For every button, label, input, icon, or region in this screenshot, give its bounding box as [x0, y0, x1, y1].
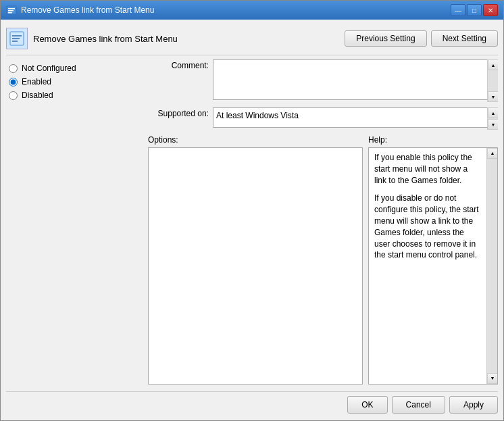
- disabled-label: Disabled: [22, 91, 53, 100]
- radio-group: Not Configured Enabled Disabled: [6, 59, 148, 104]
- supported-scroll-up[interactable]: ▲: [488, 107, 498, 118]
- ok-button[interactable]: OK: [347, 396, 387, 414]
- minimize-button[interactable]: —: [451, 4, 465, 16]
- options-help-section: Options: Help: If you enable this policy…: [148, 135, 498, 385]
- disabled-radio[interactable]: [9, 91, 18, 100]
- comment-label: Comment:: [148, 59, 209, 70]
- header-left: Remove Games link from Start Menu: [6, 28, 178, 49]
- apply-button[interactable]: Apply: [449, 396, 498, 414]
- svg-rect-7: [12, 41, 18, 42]
- radio-enabled[interactable]: Enabled: [6, 76, 148, 88]
- policy-icon: [6, 28, 28, 49]
- title-controls: — □ ✕: [451, 4, 498, 16]
- enabled-label: Enabled: [22, 77, 51, 86]
- supported-label: Supported on:: [148, 107, 209, 118]
- supported-row: Supported on: At least Windows Vista ▲ ▼: [148, 107, 498, 130]
- header-title: Remove Games link from Start Menu: [33, 34, 178, 44]
- supported-scroll-down[interactable]: ▼: [488, 119, 498, 130]
- cancel-button[interactable]: Cancel: [392, 396, 445, 414]
- help-scroll-up[interactable]: ▲: [487, 148, 498, 159]
- svg-rect-1: [8, 8, 15, 9]
- not-configured-radio[interactable]: [9, 64, 18, 73]
- comment-row: Comment: ▲ ▼: [148, 59, 498, 102]
- window-icon: [6, 5, 17, 16]
- not-configured-label: Not Configured: [22, 64, 76, 73]
- comment-scrollbar: ▲ ▼: [487, 59, 498, 102]
- radio-not-configured[interactable]: Not Configured: [6, 62, 148, 74]
- main-body: Not Configured Enabled Disabled Com: [6, 59, 498, 385]
- comment-wrapper: ▲ ▼: [213, 59, 498, 102]
- footer: OK Cancel Apply: [6, 391, 498, 415]
- header-section: Remove Games link from Start Menu Previo…: [6, 25, 498, 55]
- help-scroll-track: [487, 159, 497, 373]
- comment-scroll-up[interactable]: ▲: [488, 59, 498, 70]
- main-window: Remove Games link from Start Menu — □ ✕ …: [0, 0, 504, 421]
- maximize-button[interactable]: □: [467, 4, 482, 16]
- close-button[interactable]: ✕: [483, 4, 498, 16]
- svg-rect-5: [12, 35, 22, 36]
- options-label: Options:: [148, 135, 363, 145]
- header-buttons: Previous Setting Next Setting: [345, 30, 498, 47]
- radio-disabled[interactable]: Disabled: [6, 89, 148, 101]
- help-text: If you enable this policy the start menu…: [374, 152, 480, 261]
- help-panel: Help: If you enable this policy the star…: [368, 135, 498, 385]
- previous-setting-button[interactable]: Previous Setting: [345, 30, 426, 47]
- options-panel: Options:: [148, 135, 363, 385]
- help-paragraph-2: If you disable or do not configure this …: [374, 193, 480, 261]
- left-panel: Not Configured Enabled Disabled: [6, 59, 148, 385]
- options-box: [148, 147, 363, 385]
- title-bar: Remove Games link from Start Menu — □ ✕: [1, 1, 503, 20]
- help-content: If you enable this policy the start menu…: [374, 152, 492, 261]
- comment-input[interactable]: [213, 59, 498, 100]
- svg-rect-2: [8, 10, 14, 11]
- svg-rect-6: [12, 38, 20, 39]
- enabled-radio[interactable]: [9, 78, 18, 86]
- supported-scrollbar: ▲ ▼: [487, 107, 498, 130]
- window-title: Remove Games link from Start Menu: [21, 5, 451, 15]
- help-label: Help:: [368, 135, 498, 145]
- window-content: Remove Games link from Start Menu Previo…: [1, 20, 503, 420]
- supported-wrapper: At least Windows Vista ▲ ▼: [213, 107, 498, 130]
- svg-rect-3: [8, 12, 12, 14]
- right-panel: Comment: ▲ ▼ Supported on: At least: [148, 59, 498, 385]
- supported-input[interactable]: At least Windows Vista: [213, 107, 498, 128]
- help-scrollbar: ▲ ▼: [486, 148, 497, 384]
- comment-scroll-track: [488, 70, 498, 91]
- help-paragraph-1: If you enable this policy the start menu…: [374, 152, 480, 186]
- help-box: If you enable this policy the start menu…: [368, 147, 498, 385]
- comment-scroll-down[interactable]: ▼: [488, 91, 498, 102]
- help-scroll-down[interactable]: ▼: [487, 373, 498, 384]
- next-setting-button[interactable]: Next Setting: [431, 30, 498, 47]
